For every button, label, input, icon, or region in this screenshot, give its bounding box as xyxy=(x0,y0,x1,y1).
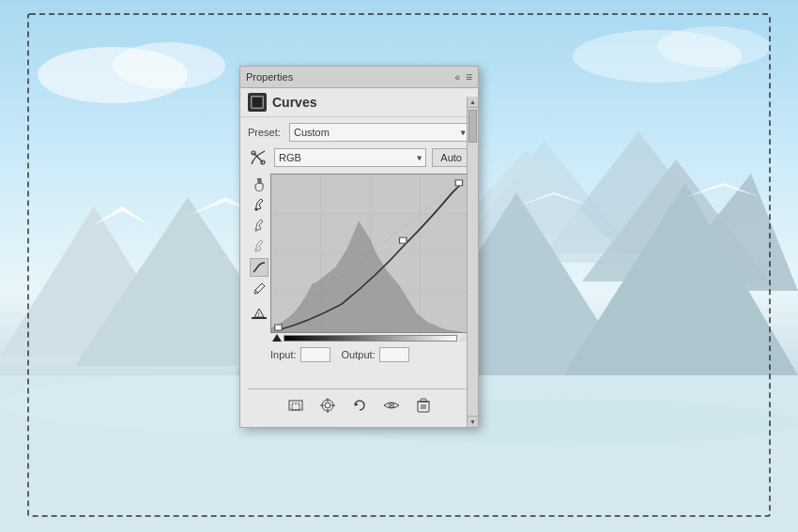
delete-button[interactable] xyxy=(413,395,434,416)
input-value-field[interactable] xyxy=(300,347,330,362)
clip-mask-button[interactable] xyxy=(285,395,306,416)
panel-menu-button[interactable]: ≡ xyxy=(466,70,472,84)
svg-point-1 xyxy=(113,42,225,89)
pencil-tool-button[interactable] xyxy=(250,279,269,297)
panel-header: Curves xyxy=(240,88,478,117)
svg-point-45 xyxy=(325,403,330,408)
output-label: Output: xyxy=(342,349,376,360)
reset-button[interactable] xyxy=(349,395,370,416)
black-point-triangle[interactable] xyxy=(272,334,282,342)
curves-panel-title: Curves xyxy=(272,95,316,110)
panel-titlebar: Properties « ≡ xyxy=(240,67,478,88)
panel-title: Properties xyxy=(246,71,293,83)
target-adjustment-button[interactable] xyxy=(317,395,338,416)
panel-collapse-button[interactable]: « xyxy=(454,72,460,83)
svg-point-26 xyxy=(255,208,258,211)
eyedropper-black-button[interactable] xyxy=(250,196,269,215)
svg-rect-31 xyxy=(252,317,267,319)
channel-select[interactable]: RGB Red Green Blue xyxy=(274,148,426,167)
visibility-button[interactable] xyxy=(381,395,402,416)
svg-rect-40 xyxy=(400,237,407,243)
curves-main-area: ! xyxy=(248,174,470,362)
preset-row: Preset: Custom ▼ xyxy=(248,123,470,142)
curves-canvas-area: Input: Output: xyxy=(270,174,470,362)
hand-tool-button[interactable] xyxy=(250,175,269,194)
preset-label: Preset: xyxy=(248,127,284,138)
warning-tool-button[interactable]: ! xyxy=(250,303,269,322)
properties-panel: Properties « ≡ Curves Preset: Custom ▼ xyxy=(239,66,479,428)
scrollbar-thumb[interactable] xyxy=(468,110,477,143)
input-output-row: Input: Output: xyxy=(270,347,470,362)
scroll-arrow-up[interactable]: ▲ xyxy=(468,97,478,108)
scroll-arrow-down[interactable]: ▼ xyxy=(468,416,478,427)
input-gradient-bar xyxy=(284,335,457,342)
panel-scrollbar[interactable]: ▲ ▼ xyxy=(467,97,478,427)
bottom-toolbar xyxy=(248,388,470,421)
output-value-field[interactable] xyxy=(379,347,409,362)
rgb-row: RGB Red Green Blue ▼ Auto xyxy=(248,147,470,168)
left-toolbar: ! xyxy=(248,174,270,362)
panel-body: Preset: Custom ▼ RGB xyxy=(240,117,478,427)
curve-edit-button[interactable] xyxy=(250,258,269,277)
svg-marker-50 xyxy=(355,403,359,406)
curves-adjust-icon xyxy=(248,147,269,168)
eyedropper-gray-button[interactable] xyxy=(250,217,269,236)
auto-button[interactable]: Auto xyxy=(432,148,470,167)
spacer xyxy=(248,362,470,381)
svg-rect-41 xyxy=(455,180,462,186)
svg-text:!: ! xyxy=(258,312,260,318)
eyedropper-white-button[interactable] xyxy=(250,237,269,256)
svg-point-27 xyxy=(255,229,258,232)
curves-graph[interactable] xyxy=(270,174,470,333)
preset-select[interactable]: Custom xyxy=(289,123,470,142)
input-label: Input: xyxy=(270,349,297,360)
svg-point-3 xyxy=(657,26,770,68)
svg-rect-39 xyxy=(275,325,282,330)
svg-point-28 xyxy=(255,250,258,252)
gradient-bars-row xyxy=(270,334,470,343)
svg-point-52 xyxy=(391,404,392,406)
svg-rect-43 xyxy=(292,403,299,410)
curves-layer-icon xyxy=(248,93,267,112)
svg-rect-55 xyxy=(421,399,426,402)
svg-rect-42 xyxy=(289,401,302,410)
